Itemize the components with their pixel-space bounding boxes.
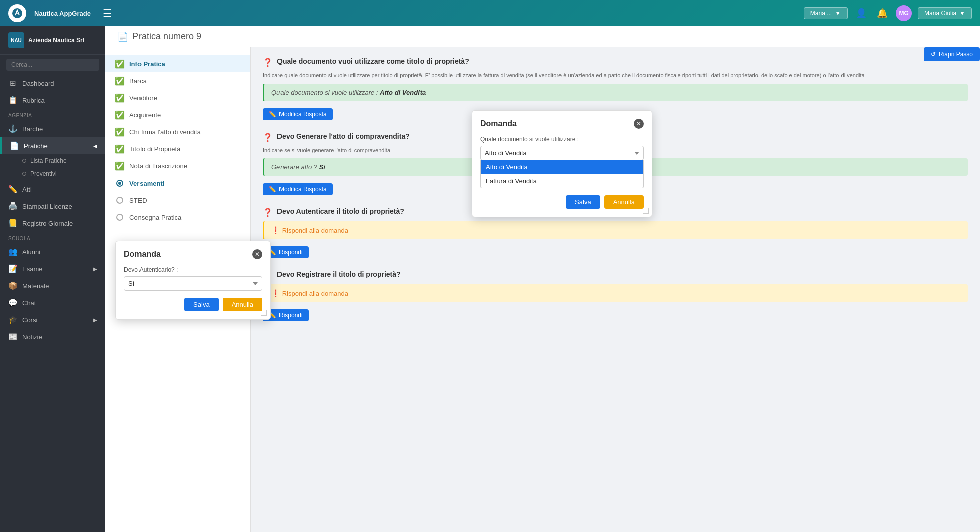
modal-large-cancel-button[interactable]: Annulla [604, 195, 644, 209]
sidebar-item-atti[interactable]: ✏️ Atti [0, 181, 105, 198]
step-info-pratica[interactable]: ✅ Info Pratica [105, 55, 250, 72]
username-button[interactable]: Maria Giulia ▼ [918, 7, 972, 19]
question-header-4: ❓ Devo Registrare il titolo di proprietà… [263, 270, 968, 280]
step-barca[interactable]: ✅ Barca [105, 72, 250, 89]
dropdown-item-fattura[interactable]: Fattura di Vendita [481, 174, 643, 188]
modal-small-footer: Salva Annulla [124, 298, 262, 311]
question-text-4: Devo Registrare il titolo di proprietà? [277, 270, 401, 278]
sidebar-item-label: Stampati Licenze [22, 203, 72, 210]
step-versamenti[interactable]: Versamenti [105, 174, 250, 192]
radio-empty-icon [115, 196, 124, 205]
modal-small-close-button[interactable]: ✕ [252, 249, 262, 259]
modal-small-cancel-button[interactable]: Annulla [223, 298, 262, 311]
profile-icon-button[interactable]: 👤 [854, 6, 869, 21]
scuola-section-label: Scuola [0, 232, 105, 243]
dropdown-item-atto[interactable]: Atto di Vendita [481, 160, 643, 174]
sidebar-item-chat[interactable]: 💬 Chat [0, 294, 105, 311]
dot-icon [22, 172, 26, 176]
sidebar-search-container [0, 55, 105, 75]
sidebar-item-label: Barche [22, 125, 43, 133]
dashboard-icon: ⊞ [8, 79, 17, 88]
step-acquirente[interactable]: ✅ Acquirente [105, 106, 250, 123]
sidebar-item-pratiche[interactable]: 📄 Pratiche ◀ [0, 137, 105, 154]
modal-small-select[interactable]: Sì No [124, 276, 262, 291]
materiale-icon: 📦 [8, 281, 17, 290]
sidebar-item-label: Corsi [22, 316, 37, 324]
question-text-3: Devo Autenticare il titolo di proprietà? [277, 207, 404, 215]
chat-icon: 💬 [8, 298, 17, 307]
sidebar-item-label: Dashboard [22, 80, 54, 87]
sidebar-item-esame[interactable]: 📝 Esame ▶ [0, 260, 105, 277]
modal-large-resize-handle[interactable] [643, 208, 649, 214]
riapri-passo-button[interactable]: ↺ Riapri Passo [924, 47, 980, 61]
sidebar-item-corsi[interactable]: 🎓 Corsi ▶ [0, 311, 105, 328]
app-name: Nautica AppGrade [34, 10, 91, 17]
answer-block-4: ❗ Rispondi alla domanda [263, 284, 968, 302]
modifica-risposta-button-2[interactable]: ✏️ Modifica Risposta [263, 183, 333, 195]
question-icon: ❓ [263, 58, 273, 67]
rubrica-icon: 📋 [8, 96, 17, 105]
modal-resize-handle[interactable] [261, 310, 267, 316]
sidebar-item-alunni[interactable]: 👥 Alunni [0, 243, 105, 260]
step-venditore[interactable]: ✅ Venditore [105, 89, 250, 106]
avatar: MG [896, 5, 912, 21]
sidebar-item-lista-pratiche[interactable]: Lista Pratiche [0, 154, 105, 167]
sidebar-item-rubrica[interactable]: 📋 Rubrica [0, 92, 105, 109]
sidebar-item-barche[interactable]: ⚓ Barche [0, 120, 105, 137]
notizie-icon: 📰 [8, 332, 17, 341]
brand-name: Azienda Nautica Srl [28, 37, 84, 44]
user-dropdown-button[interactable]: Maria ... ▼ [804, 7, 848, 19]
answer-label-2: Generare atto ? Sì [271, 163, 325, 171]
modal-large-select[interactable]: Atto di Vendita Fattura di Vendita [480, 146, 644, 160]
check-circle-icon: ✅ [115, 93, 124, 102]
alunni-icon: 👥 [8, 247, 17, 256]
step-nota-trascrizione[interactable]: ✅ Nota di Trascrizione [105, 157, 250, 174]
step-chi-firma[interactable]: ✅ Chi firma l'atto di vendita [105, 123, 250, 140]
radio-filled-icon [115, 179, 124, 188]
sidebar: NAU Azienda Nautica Srl ⊞ Dashboard 📋 Ru… [0, 26, 105, 532]
sidebar-item-registro-giornale[interactable]: 📒 Registro Giornale [0, 215, 105, 232]
question-icon: ❓ [263, 208, 273, 217]
esame-icon: 📝 [8, 264, 17, 273]
pencil-icon: ✏️ [269, 186, 276, 193]
brand-logo: NAU [8, 32, 24, 48]
modal-large-close-button[interactable]: ✕ [634, 119, 644, 129]
sidebar-item-notizie[interactable]: 📰 Notizie [0, 328, 105, 345]
answer-block-1: Quale documento si vuole utilizzare : At… [263, 84, 968, 101]
modal-large-save-button[interactable]: Salva [566, 195, 600, 209]
domanda-modal-small: Domanda ✕ Devo Autenticarlo? : Sì No Sal… [115, 241, 271, 320]
atti-icon: ✏️ [8, 185, 17, 194]
check-circle-icon: ✅ [115, 144, 124, 153]
question-text-1: Quale documento vuoi utilizzare come tit… [277, 57, 469, 65]
step-label: Acquirente [129, 111, 161, 119]
dropdown-list: Atto di Vendita Fattura di Vendita [480, 160, 644, 188]
pratiche-icon: 📄 [10, 141, 19, 150]
sidebar-item-dashboard[interactable]: ⊞ Dashboard [0, 75, 105, 92]
sidebar-item-preventivi[interactable]: Preventivi [0, 167, 105, 181]
step-sted[interactable]: STED [105, 192, 250, 209]
hamburger-button[interactable]: ☰ [99, 5, 116, 21]
search-input[interactable] [6, 59, 99, 71]
modal-large-header: Domanda ✕ [480, 119, 644, 129]
answer-label-1: Quale documento si vuole utilizzare : At… [271, 89, 426, 96]
answer-value-2: Sì [319, 163, 325, 171]
sidebar-item-label: Notizie [22, 333, 42, 341]
check-circle-icon: ✅ [115, 110, 124, 119]
modifica-risposta-button-1[interactable]: ✏️ Modifica Risposta [263, 108, 333, 120]
answer-block-3: ❗ Rispondi alla domanda [263, 221, 968, 239]
sidebar-item-label: Esame [22, 265, 42, 273]
check-circle-icon: ✅ [115, 161, 124, 170]
sidebar-item-label: Pratiche [24, 142, 48, 150]
sidebar-item-materiale[interactable]: 📦 Materiale [0, 277, 105, 294]
check-circle-icon: ✅ [115, 127, 124, 136]
sidebar-brand: NAU Azienda Nautica Srl [0, 26, 105, 55]
modal-small-label: Devo Autenticarlo? : [124, 266, 262, 273]
step-consegna-pratica[interactable]: Consegna Pratica [105, 209, 250, 226]
step-titolo-proprieta[interactable]: ✅ Titolo di Proprietà [105, 140, 250, 157]
modal-small-save-button[interactable]: Salva [184, 298, 219, 311]
step-label: Nota di Trascrizione [129, 162, 187, 170]
notification-icon-button[interactable]: 🔔 [875, 6, 890, 21]
sidebar-item-label: Rubrica [22, 97, 45, 104]
barche-icon: ⚓ [8, 124, 17, 133]
sidebar-item-stampati-licenze[interactable]: 🖨️ Stampati Licenze [0, 198, 105, 215]
